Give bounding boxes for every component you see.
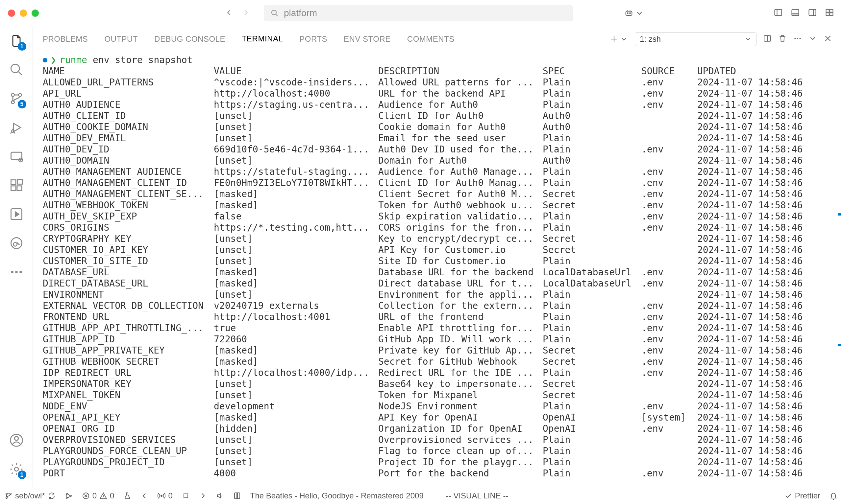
tab-comments[interactable]: COMMENTS xyxy=(407,31,454,47)
status-notifications[interactable] xyxy=(829,492,837,500)
col-value: VALUE xyxy=(214,66,378,77)
cell-desc: Redirect URL for the IDE ... xyxy=(378,367,543,378)
close-panel[interactable] xyxy=(824,34,832,44)
nav-forward[interactable] xyxy=(241,8,251,18)
close-window[interactable] xyxy=(8,10,15,17)
cell-spec: Secret xyxy=(543,356,641,367)
nav-back[interactable] xyxy=(224,8,234,18)
status-radio[interactable]: 0 xyxy=(157,491,172,500)
activity-run[interactable] xyxy=(8,206,24,222)
svg-point-43 xyxy=(161,495,162,497)
activity-settings[interactable]: 1 xyxy=(8,461,24,477)
tab-terminal[interactable]: TERMINAL xyxy=(242,31,283,47)
branch-name: seb/owl* xyxy=(15,491,45,500)
cell-desc: Environment for the appli... xyxy=(378,289,543,300)
cell-updated: 2024-11-07 14:58:46 xyxy=(697,345,806,356)
status-beaker[interactable] xyxy=(123,492,131,500)
kill-terminal[interactable] xyxy=(778,34,787,44)
cell-source: .env xyxy=(641,334,697,345)
status-now-playing[interactable]: The Beatles - Hello, Goodbye - Remastere… xyxy=(250,491,424,500)
status-branch[interactable]: seb/owl* xyxy=(5,491,56,500)
command-center[interactable]: platform xyxy=(264,5,573,21)
cell-updated: 2024-11-07 14:58:46 xyxy=(697,155,806,166)
status-book[interactable] xyxy=(233,492,241,500)
prompt-arrow: ❯ xyxy=(51,55,56,66)
cell-desc: CORS origins for the fron... xyxy=(378,222,543,233)
cell-updated: 2024-11-07 14:58:46 xyxy=(697,311,806,323)
cell-spec: Secret xyxy=(543,200,641,211)
cell-updated: 2024-11-07 14:58:46 xyxy=(697,133,806,144)
cell-desc: Organization ID for OpenAI xyxy=(378,423,543,434)
cell-spec: Plain xyxy=(543,211,641,222)
cell-spec: Plain xyxy=(543,133,641,144)
activity-more[interactable] xyxy=(8,264,24,280)
new-terminal[interactable] xyxy=(610,35,628,43)
branch-icon xyxy=(5,492,13,500)
cell-desc: Cookie domain for Auth0 xyxy=(378,122,543,133)
cell-spec: Plain xyxy=(543,457,641,468)
cell-value: [unset] xyxy=(214,390,378,401)
cell-value: [masked] xyxy=(214,345,378,356)
col-desc: DESCRIPTION xyxy=(378,66,543,77)
customize-layout[interactable] xyxy=(825,8,834,18)
command-args: env store snapshot xyxy=(87,55,192,66)
cell-value: [masked] xyxy=(214,356,378,367)
cell-desc: Client ID for Auth0 Manag... xyxy=(378,177,543,188)
status-next[interactable] xyxy=(199,492,207,500)
status-graph[interactable] xyxy=(65,492,73,500)
panel-chevron[interactable] xyxy=(808,34,817,44)
activity-remote[interactable] xyxy=(8,148,24,164)
maximize-window[interactable] xyxy=(32,10,39,17)
cell-value: false xyxy=(214,211,378,222)
terminal[interactable]: ❯ runme env store snapshot NAME VALUE DE… xyxy=(33,52,842,487)
cell-updated: 2024-11-07 14:58:46 xyxy=(697,300,806,311)
cell-updated: 2024-11-07 14:58:46 xyxy=(697,166,806,177)
activity-search[interactable] xyxy=(8,62,24,77)
cell-source: .env xyxy=(641,278,697,289)
cell-updated: 2024-11-07 14:58:46 xyxy=(697,188,806,200)
cell-spec: Plain xyxy=(543,311,641,323)
cell-desc: API Key for OpenAI xyxy=(378,412,543,423)
cell-desc: Collection for the extern... xyxy=(378,300,543,311)
cell-source: .env xyxy=(641,99,697,110)
cell-spec: Secret xyxy=(543,233,641,245)
copilot-menu[interactable] xyxy=(624,8,644,18)
table-row: ENVIRONMENT[unset]Environment for the ap… xyxy=(43,289,839,300)
status-stop[interactable] xyxy=(182,492,190,500)
tab-ports[interactable]: PORTS xyxy=(299,31,327,47)
tab-problems[interactable]: PROBLEMS xyxy=(43,31,88,47)
search-icon xyxy=(271,9,279,17)
activity-accounts[interactable] xyxy=(8,432,24,448)
tab-debug-console[interactable]: DEBUG CONSOLE xyxy=(154,31,225,47)
minimize-window[interactable] xyxy=(20,10,27,17)
activity-run-debug[interactable] xyxy=(8,120,24,136)
svg-point-28 xyxy=(19,271,22,273)
tab-env-store[interactable]: ENV STORE xyxy=(344,31,391,47)
activity-scm[interactable]: 5 xyxy=(8,91,24,106)
table-row: CUSTOMER_IO_API_KEY[unset]API Key for Cu… xyxy=(43,245,839,256)
tab-output[interactable]: OUTPUT xyxy=(104,31,138,47)
status-problems[interactable]: 0 0 xyxy=(82,491,115,500)
activity-extensions[interactable] xyxy=(8,177,24,193)
toggle-panel[interactable] xyxy=(791,8,800,18)
toggle-primary-sidebar[interactable] xyxy=(774,8,783,18)
cell-updated: 2024-11-07 14:58:46 xyxy=(697,289,806,300)
activity-explorer[interactable]: 1 xyxy=(8,33,24,49)
terminal-more[interactable] xyxy=(793,34,802,44)
toggle-secondary-sidebar[interactable] xyxy=(808,8,817,18)
status-vim-mode: -- VISUAL LINE -- xyxy=(446,491,509,500)
chevron-down-icon xyxy=(620,35,628,43)
account-icon xyxy=(9,433,24,448)
activity-lens[interactable] xyxy=(8,235,24,251)
split-terminal[interactable] xyxy=(763,34,772,44)
prettier-label: Prettier xyxy=(795,491,820,500)
play-icon xyxy=(9,207,24,221)
terminal-selector[interactable]: 1: zsh xyxy=(635,32,756,46)
status-prev[interactable] xyxy=(140,492,148,500)
status-mute[interactable] xyxy=(216,492,224,500)
svg-point-40 xyxy=(66,497,67,499)
cell-spec: LocalDatabaseUrl xyxy=(543,278,641,289)
cell-updated: 2024-11-07 14:58:46 xyxy=(697,144,806,155)
graph-icon xyxy=(65,492,73,500)
status-prettier[interactable]: Prettier xyxy=(785,491,820,500)
